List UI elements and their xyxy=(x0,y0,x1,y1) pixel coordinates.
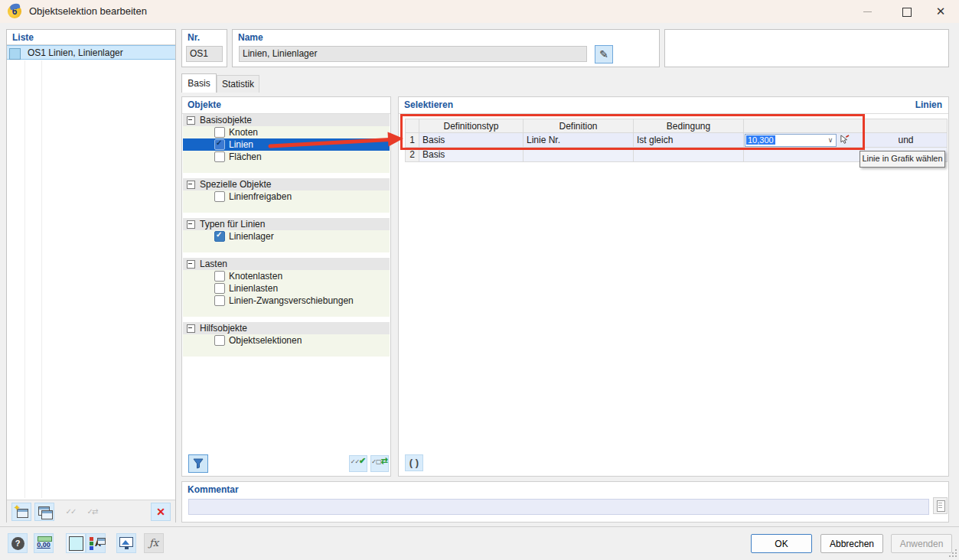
delete-objectselection-button[interactable]: ✕ xyxy=(151,503,171,521)
parentheses-icon: ( ) xyxy=(409,457,419,468)
tree-group-typen-für-linien[interactable]: Typen für Linien xyxy=(183,218,390,230)
copy-objectselection-button[interactable] xyxy=(34,503,54,521)
value-cell[interactable] xyxy=(744,148,865,162)
app-icon: 6 xyxy=(8,5,21,18)
tree-group-label: Basisobjekte xyxy=(200,114,252,126)
check-all-objects-button[interactable]: ✓✓✔ xyxy=(349,455,367,472)
name-field[interactable]: Linien, Linienlager xyxy=(239,46,587,62)
nr-label: Nr. xyxy=(188,32,200,43)
cell-bedingung[interactable] xyxy=(634,148,744,162)
comment-copy-button[interactable] xyxy=(933,497,948,514)
checkbox-linienfreigaben[interactable] xyxy=(214,191,225,202)
parentheses-button[interactable]: ( ) xyxy=(405,454,423,471)
cell-definition[interactable] xyxy=(524,148,634,162)
tree-gap xyxy=(183,317,390,322)
tree-item-linienlager[interactable]: Linienlager xyxy=(183,230,390,243)
divider xyxy=(399,113,948,114)
select-panel-title: Selektieren xyxy=(404,99,453,110)
units-icon: 0,00 xyxy=(34,541,53,549)
combobox-text: 10,300 xyxy=(745,135,825,146)
color-swatch-icon xyxy=(69,536,83,551)
collapse-icon[interactable] xyxy=(187,260,195,269)
tree-item-knotenlasten[interactable]: Knotenlasten xyxy=(183,270,390,282)
list-item-label: OS1 Linien, Linienlager xyxy=(28,46,123,60)
row-number-cell[interactable]: 1 xyxy=(406,133,419,148)
swap-icon: ⇄ xyxy=(381,456,388,465)
row-number-cell[interactable]: 2 xyxy=(406,148,419,162)
checkbox-linien[interactable] xyxy=(214,139,225,150)
rename-button[interactable]: ✎ xyxy=(595,45,613,63)
tree-item-linien-zwangsverschiebungen[interactable]: Linien-Zwangsverschiebungen xyxy=(183,295,390,307)
operator-cell[interactable]: und xyxy=(865,133,948,148)
column-header-blank xyxy=(406,119,419,133)
resize-grip[interactable] xyxy=(949,549,957,557)
tree-group-hilfsobjekte[interactable]: Hilfsobjekte xyxy=(183,322,390,334)
clipboard-icon xyxy=(937,500,945,512)
cancel-button[interactable]: Abbrechen xyxy=(820,534,883,553)
collapse-icon[interactable] xyxy=(187,220,195,229)
checkbox-knoten[interactable] xyxy=(214,127,225,138)
tree-filler-row xyxy=(183,347,390,357)
value-cell[interactable]: 10,300∨ xyxy=(744,133,865,148)
cell-bedingung[interactable]: Ist gleich xyxy=(634,133,744,148)
collapse-icon[interactable] xyxy=(187,324,195,333)
ok-button[interactable]: OK xyxy=(751,534,812,553)
tab-statistik[interactable]: Statistik xyxy=(217,75,259,93)
tree-group-label: Typen für Linien xyxy=(200,218,265,230)
function-icon: ƒx xyxy=(149,537,158,549)
value-combobox[interactable]: 10,300∨ xyxy=(745,134,837,147)
tree-item-flächen[interactable]: Flächen xyxy=(183,151,390,163)
cell-definition[interactable]: Linie Nr. xyxy=(524,133,634,148)
select-object-type-label: Linien xyxy=(915,99,942,110)
tab-basis[interactable]: Basis xyxy=(181,73,217,93)
comment-input[interactable] xyxy=(188,499,929,515)
checkbox-knotenlasten[interactable] xyxy=(214,271,225,282)
graphic-view-button[interactable] xyxy=(116,533,136,553)
objectselection-color-swatch xyxy=(9,48,21,60)
tree-item-linien[interactable]: Linien xyxy=(183,138,390,151)
checkbox-linien-zwangsverschiebungen[interactable] xyxy=(214,295,225,306)
collapse-icon[interactable] xyxy=(187,181,195,189)
cell-definitionstyp[interactable]: Basis xyxy=(419,133,524,148)
tree-item-linienfreigaben[interactable]: Linienfreigaben xyxy=(183,190,390,203)
color-swatch-button[interactable] xyxy=(66,533,86,553)
collapse-icon[interactable] xyxy=(187,116,195,125)
star-icon: ✦ xyxy=(14,503,20,512)
pick-in-graphic-button[interactable] xyxy=(838,134,851,147)
tree-gap xyxy=(183,173,390,178)
tree-item-label: Knoten xyxy=(229,126,258,138)
chevron-down-icon[interactable]: ∨ xyxy=(825,135,836,146)
titlebar: 6 Objektselektion bearbeiten ✕ xyxy=(0,0,959,23)
checkbox-flächen[interactable] xyxy=(214,151,225,162)
checkbox-objektselektionen[interactable] xyxy=(214,335,225,346)
units-settings-button[interactable]: 0,00 xyxy=(34,533,54,553)
new-objectselection-button[interactable]: ✦ xyxy=(11,503,31,521)
list-panel: Liste OS1 Linien, Linienlager ✦ ✓✓ ✓⇄ ✕ xyxy=(6,29,176,523)
invert-selection-button: ✓⇄ xyxy=(82,503,102,521)
comment-label: Kommentar xyxy=(188,484,239,495)
list-grid-line xyxy=(24,60,25,498)
tree-item-linienlasten[interactable]: Linienlasten xyxy=(183,282,390,295)
checkbox-linienlasten[interactable] xyxy=(214,283,225,294)
list-item[interactable]: OS1 Linien, Linienlager xyxy=(7,45,175,60)
column-header-blank xyxy=(865,119,948,133)
checkbox-linienlager[interactable] xyxy=(214,231,225,242)
tree-filler-row xyxy=(183,243,390,252)
maximize-icon[interactable] xyxy=(895,0,919,23)
tree-group-lasten[interactable]: Lasten xyxy=(183,258,390,270)
nr-panel: Nr. OS1 xyxy=(181,29,227,67)
tree-group-spezielle-objekte[interactable]: Spezielle Objekte xyxy=(183,178,390,190)
display-properties-button[interactable]: A xyxy=(86,533,106,553)
filter-button[interactable] xyxy=(188,454,208,473)
column-header-definitionstyp: Definitionstyp xyxy=(419,119,524,133)
invert-check-objects-button[interactable]: ✓▢⇄ xyxy=(370,455,389,472)
tree-item-objektselektionen[interactable]: Objektselektionen xyxy=(183,334,390,347)
tree-item-knoten[interactable]: Knoten xyxy=(183,126,390,138)
close-icon[interactable]: ✕ xyxy=(928,0,953,23)
help-button[interactable]: ? xyxy=(8,533,28,553)
list-grid-line xyxy=(41,60,42,498)
table-row[interactable]: 1BasisLinie Nr.Ist gleich10,300∨und xyxy=(406,133,948,148)
minimize-icon[interactable] xyxy=(855,0,879,23)
cell-definitionstyp[interactable]: Basis xyxy=(419,148,524,162)
tree-group-basisobjekte[interactable]: Basisobjekte xyxy=(183,114,390,126)
